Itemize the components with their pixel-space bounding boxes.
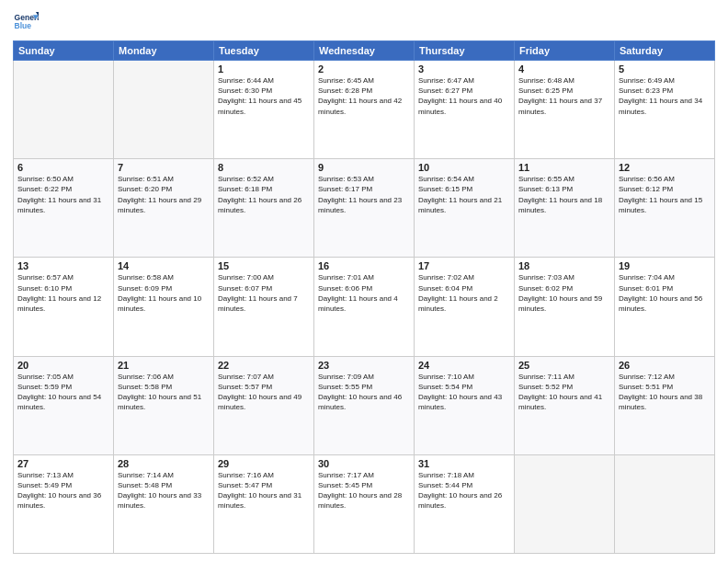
day-info: Sunrise: 7:10 AM Sunset: 5:54 PM Dayligh… (418, 372, 510, 413)
day-info: Sunrise: 6:47 AM Sunset: 6:27 PM Dayligh… (418, 75, 510, 117)
day-info: Sunrise: 7:01 AM Sunset: 6:06 PM Dayligh… (318, 272, 410, 314)
day-number: 9 (318, 162, 410, 173)
day-info: Sunrise: 7:09 AM Sunset: 5:55 PM Dayligh… (318, 372, 410, 413)
calendar-cell: 19Sunrise: 7:04 AM Sunset: 6:01 PM Dayli… (615, 258, 715, 356)
day-info: Sunrise: 6:45 AM Sunset: 6:28 PM Dayligh… (318, 75, 410, 117)
calendar-cell: 2Sunrise: 6:45 AM Sunset: 6:28 PM Daylig… (314, 61, 415, 159)
calendar-cell: 3Sunrise: 6:47 AM Sunset: 6:27 PM Daylig… (415, 61, 515, 159)
calendar-cell: 16Sunrise: 7:01 AM Sunset: 6:06 PM Dayli… (314, 258, 415, 356)
day-info: Sunrise: 6:48 AM Sunset: 6:25 PM Dayligh… (518, 75, 610, 117)
calendar-cell: 31Sunrise: 7:18 AM Sunset: 5:44 PM Dayli… (415, 454, 515, 553)
day-number: 6 (17, 162, 109, 173)
day-number: 7 (118, 162, 210, 173)
calendar-cell: 27Sunrise: 7:13 AM Sunset: 5:49 PM Dayli… (14, 454, 114, 553)
day-number: 29 (218, 458, 310, 469)
day-info: Sunrise: 7:12 AM Sunset: 5:51 PM Dayligh… (619, 372, 711, 413)
weekday-header-monday: Monday (114, 41, 214, 61)
weekday-header-friday: Friday (515, 41, 615, 61)
weekday-header-row: SundayMondayTuesdayWednesdayThursdayFrid… (14, 41, 715, 61)
calendar-cell: 25Sunrise: 7:11 AM Sunset: 5:52 PM Dayli… (515, 356, 615, 454)
day-info: Sunrise: 6:52 AM Sunset: 6:18 PM Dayligh… (218, 174, 310, 215)
calendar-cell: 4Sunrise: 6:48 AM Sunset: 6:25 PM Daylig… (515, 61, 615, 159)
day-info: Sunrise: 7:04 AM Sunset: 6:01 PM Dayligh… (619, 272, 711, 314)
day-number: 5 (619, 63, 711, 75)
weekday-header-saturday: Saturday (615, 41, 715, 61)
calendar-cell (515, 454, 615, 553)
day-number: 17 (418, 260, 510, 271)
calendar-cell: 20Sunrise: 7:05 AM Sunset: 5:59 PM Dayli… (14, 356, 114, 454)
day-info: Sunrise: 6:57 AM Sunset: 6:10 PM Dayligh… (17, 272, 109, 314)
calendar-cell (615, 454, 715, 553)
calendar-cell: 12Sunrise: 6:56 AM Sunset: 6:12 PM Dayli… (615, 159, 715, 258)
weekday-header-thursday: Thursday (415, 41, 515, 61)
calendar-week-2: 6Sunrise: 6:50 AM Sunset: 6:22 PM Daylig… (14, 159, 715, 258)
day-info: Sunrise: 7:02 AM Sunset: 6:04 PM Dayligh… (418, 272, 510, 314)
calendar-cell: 23Sunrise: 7:09 AM Sunset: 5:55 PM Dayli… (314, 356, 415, 454)
calendar-cell: 26Sunrise: 7:12 AM Sunset: 5:51 PM Dayli… (615, 356, 715, 454)
day-number: 12 (619, 162, 711, 173)
day-info: Sunrise: 7:13 AM Sunset: 5:49 PM Dayligh… (17, 470, 109, 511)
day-number: 1 (218, 63, 310, 75)
header: General Blue (13, 9, 715, 35)
day-number: 26 (619, 360, 711, 371)
day-info: Sunrise: 7:07 AM Sunset: 5:57 PM Dayligh… (218, 372, 310, 413)
calendar-cell: 29Sunrise: 7:16 AM Sunset: 5:47 PM Dayli… (214, 454, 314, 553)
day-number: 19 (619, 260, 711, 271)
calendar-week-1: 1Sunrise: 6:44 AM Sunset: 6:30 PM Daylig… (14, 61, 715, 159)
day-info: Sunrise: 7:03 AM Sunset: 6:02 PM Dayligh… (518, 272, 610, 314)
day-number: 21 (118, 360, 210, 371)
day-number: 10 (418, 162, 510, 173)
day-info: Sunrise: 6:53 AM Sunset: 6:17 PM Dayligh… (318, 174, 410, 215)
day-number: 25 (518, 360, 610, 371)
day-number: 28 (118, 458, 210, 469)
day-number: 20 (17, 360, 109, 371)
calendar-cell: 14Sunrise: 6:58 AM Sunset: 6:09 PM Dayli… (114, 258, 214, 356)
logo: General Blue (13, 9, 39, 35)
calendar-cell: 5Sunrise: 6:49 AM Sunset: 6:23 PM Daylig… (615, 61, 715, 159)
weekday-header-wednesday: Wednesday (314, 41, 415, 61)
day-info: Sunrise: 7:00 AM Sunset: 6:07 PM Dayligh… (218, 272, 310, 314)
weekday-header-sunday: Sunday (14, 41, 114, 61)
calendar-cell: 15Sunrise: 7:00 AM Sunset: 6:07 PM Dayli… (214, 258, 314, 356)
day-number: 4 (518, 63, 610, 75)
calendar-cell: 11Sunrise: 6:55 AM Sunset: 6:13 PM Dayli… (515, 159, 615, 258)
day-number: 8 (218, 162, 310, 173)
day-info: Sunrise: 6:55 AM Sunset: 6:13 PM Dayligh… (518, 174, 610, 215)
day-number: 23 (318, 360, 410, 371)
calendar-week-5: 27Sunrise: 7:13 AM Sunset: 5:49 PM Dayli… (14, 454, 715, 553)
day-info: Sunrise: 7:14 AM Sunset: 5:48 PM Dayligh… (118, 470, 210, 511)
day-number: 31 (418, 458, 510, 469)
calendar-cell: 13Sunrise: 6:57 AM Sunset: 6:10 PM Dayli… (14, 258, 114, 356)
day-info: Sunrise: 7:05 AM Sunset: 5:59 PM Dayligh… (17, 372, 109, 413)
calendar-cell: 6Sunrise: 6:50 AM Sunset: 6:22 PM Daylig… (14, 159, 114, 258)
logo-icon: General Blue (13, 9, 39, 35)
calendar-cell: 22Sunrise: 7:07 AM Sunset: 5:57 PM Dayli… (214, 356, 314, 454)
day-number: 2 (318, 63, 410, 75)
day-number: 3 (418, 63, 510, 75)
day-info: Sunrise: 7:16 AM Sunset: 5:47 PM Dayligh… (218, 470, 310, 511)
day-info: Sunrise: 7:11 AM Sunset: 5:52 PM Dayligh… (518, 372, 610, 413)
day-number: 22 (218, 360, 310, 371)
day-number: 24 (418, 360, 510, 371)
calendar-cell: 10Sunrise: 6:54 AM Sunset: 6:15 PM Dayli… (415, 159, 515, 258)
weekday-header-tuesday: Tuesday (214, 41, 314, 61)
day-info: Sunrise: 6:49 AM Sunset: 6:23 PM Dayligh… (619, 75, 711, 117)
day-info: Sunrise: 6:54 AM Sunset: 6:15 PM Dayligh… (418, 174, 510, 215)
calendar-week-4: 20Sunrise: 7:05 AM Sunset: 5:59 PM Dayli… (14, 356, 715, 454)
day-number: 14 (118, 260, 210, 271)
calendar-week-3: 13Sunrise: 6:57 AM Sunset: 6:10 PM Dayli… (14, 258, 715, 356)
day-info: Sunrise: 7:17 AM Sunset: 5:45 PM Dayligh… (318, 470, 410, 511)
day-info: Sunrise: 6:58 AM Sunset: 6:09 PM Dayligh… (118, 272, 210, 314)
calendar-cell (114, 61, 214, 159)
day-number: 16 (318, 260, 410, 271)
day-info: Sunrise: 7:18 AM Sunset: 5:44 PM Dayligh… (418, 470, 510, 511)
day-info: Sunrise: 6:56 AM Sunset: 6:12 PM Dayligh… (619, 174, 711, 215)
day-number: 13 (17, 260, 109, 271)
day-number: 27 (17, 458, 109, 469)
calendar-cell: 30Sunrise: 7:17 AM Sunset: 5:45 PM Dayli… (314, 454, 415, 553)
calendar-cell (14, 61, 114, 159)
calendar-cell: 21Sunrise: 7:06 AM Sunset: 5:58 PM Dayli… (114, 356, 214, 454)
day-number: 15 (218, 260, 310, 271)
calendar-cell: 9Sunrise: 6:53 AM Sunset: 6:17 PM Daylig… (314, 159, 415, 258)
calendar-cell: 24Sunrise: 7:10 AM Sunset: 5:54 PM Dayli… (415, 356, 515, 454)
